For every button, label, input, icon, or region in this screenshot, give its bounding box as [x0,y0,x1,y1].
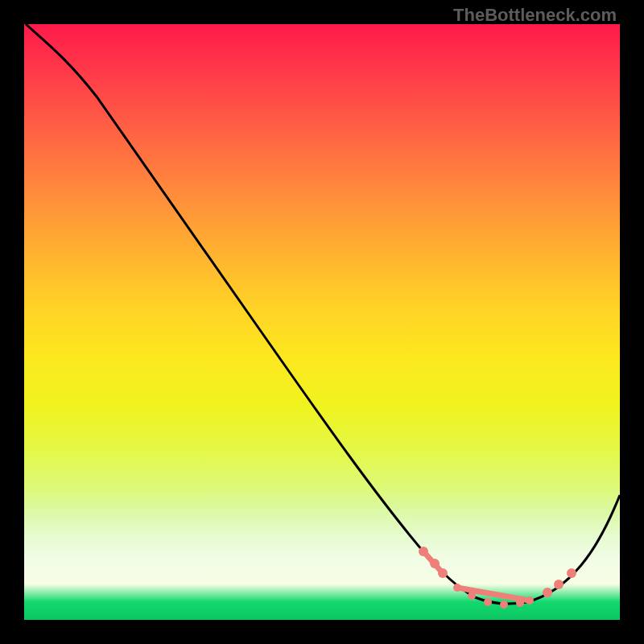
svg-point-3 [430,559,440,568]
chart-svg [24,24,620,620]
svg-point-5 [453,584,461,592]
svg-point-8 [500,601,508,609]
svg-point-7 [484,598,492,606]
watermark: TheBottleneck.com [453,5,617,26]
svg-point-10 [526,597,534,605]
svg-point-13 [567,568,576,578]
svg-point-9 [516,599,524,607]
svg-point-6 [468,592,476,600]
svg-point-2 [419,547,428,556]
bottleneck-curve [26,24,620,604]
svg-point-12 [554,580,564,589]
svg-point-11 [543,588,552,597]
highlight-band [419,547,576,609]
svg-point-4 [438,568,448,578]
